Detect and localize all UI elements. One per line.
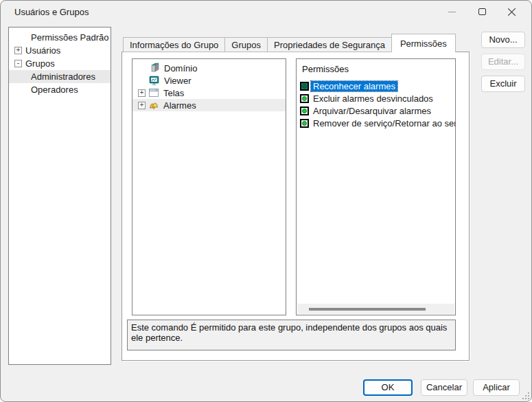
- viewer-icon: [149, 75, 160, 86]
- tab-informacoes-do-grupo[interactable]: Informações do Grupo: [123, 37, 225, 52]
- object-item-telas[interactable]: + Telas: [132, 87, 286, 99]
- permission-item-reconhecer-alarmes[interactable]: Reconhecer alarmes: [297, 80, 455, 92]
- new-button[interactable]: Novo...: [481, 32, 525, 48]
- tab-label: Informações do Grupo: [130, 40, 218, 50]
- expand-icon[interactable]: +: [14, 47, 22, 54]
- scrollbar-thumb[interactable]: [309, 308, 426, 311]
- permission-label: Arquivar/Desarquivar alarmes: [311, 106, 433, 116]
- tree-item-operadores[interactable]: Operadores: [9, 83, 111, 96]
- object-item-dominio[interactable]: Domínio: [132, 62, 286, 74]
- tree-item-permissoes-padrao[interactable]: Permissões Padrão: [9, 31, 111, 44]
- tab-permissoes[interactable]: Permissões: [391, 34, 456, 52]
- object-item-label: Viewer: [164, 76, 192, 86]
- left-tree: Permissões Padrão + Usuários - Grupos Ad…: [8, 27, 111, 365]
- object-item-label: Alarmes: [163, 100, 196, 111]
- apply-button[interactable]: Aplicar: [473, 379, 520, 396]
- tab-label: Propriedades de Segurança: [274, 40, 385, 50]
- tree-item-label: Administradores: [31, 71, 95, 82]
- tree-item-administradores[interactable]: Administradores: [9, 70, 111, 83]
- permission-description-text: Este comando É permitido para este grupo…: [131, 322, 447, 343]
- object-tree: Domínio Viewer +: [132, 58, 286, 315]
- expand-icon[interactable]: +: [138, 102, 146, 109]
- minimize-button[interactable]: [437, 1, 467, 23]
- ok-button[interactable]: OK: [363, 379, 413, 396]
- permission-label: Excluir alarmes desvinculados: [311, 93, 435, 104]
- tab-propriedades-de-seguranca[interactable]: Propriedades de Segurança: [268, 37, 392, 52]
- permission-allowed-icon: [300, 94, 309, 103]
- object-item-alarmes[interactable]: + Alarmes: [132, 99, 286, 111]
- permissions-header: Permissões: [297, 59, 455, 80]
- resize-grip-icon[interactable]: [521, 391, 529, 399]
- tree-item-label: Operadores: [31, 85, 78, 95]
- window-title: Usuários e Grupos: [14, 7, 89, 17]
- tab-label: Permissões: [400, 38, 447, 49]
- maximize-icon: [478, 8, 486, 15]
- tree-item-usuarios[interactable]: + Usuários: [9, 44, 111, 57]
- cancel-button[interactable]: Cancelar: [421, 379, 467, 396]
- tree-item-grupos[interactable]: - Grupos: [9, 57, 111, 70]
- object-item-label: Domínio: [164, 63, 197, 74]
- close-icon: [508, 8, 516, 16]
- bells-icon: [148, 100, 159, 111]
- object-item-label: Telas: [163, 88, 184, 98]
- tree-item-label: Permissões Padrão: [31, 32, 108, 43]
- permission-allowed-icon: [300, 107, 309, 115]
- titlebar: Usuários e Grupos: [1, 1, 531, 23]
- tree-item-label: Usuários: [25, 45, 60, 56]
- permission-label: Reconhecer alarmes: [311, 81, 397, 91]
- horizontal-scrollbar[interactable]: [297, 304, 454, 314]
- permissions-tab-page: Domínio Viewer +: [122, 52, 470, 361]
- close-button[interactable]: [497, 1, 527, 23]
- tab-grupos[interactable]: Grupos: [225, 37, 268, 52]
- tab-label: Grupos: [231, 40, 261, 50]
- expand-icon[interactable]: +: [138, 89, 146, 97]
- object-item-viewer[interactable]: Viewer: [132, 74, 286, 87]
- minimize-icon: [448, 12, 456, 12]
- permission-item-arquivar-alarmes[interactable]: Arquivar/Desarquivar alarmes: [297, 104, 455, 117]
- maximize-button[interactable]: [467, 1, 497, 23]
- permissions-list: Permissões Reconhecer alarmes Excluir al…: [296, 58, 456, 315]
- tree-item-label: Grupos: [25, 58, 55, 69]
- domain-icon: [149, 63, 160, 74]
- permission-description-box: Este comando É permitido para este grupo…: [127, 320, 456, 350]
- edit-button: Editar...: [481, 54, 525, 70]
- permission-allowed-icon: [300, 119, 309, 128]
- delete-button[interactable]: Excluir: [481, 76, 525, 92]
- tabstrip: Informações do Grupo Grupos Propriedades…: [123, 34, 456, 52]
- permission-allowed-icon: [300, 82, 309, 91]
- collapse-icon[interactable]: -: [14, 60, 22, 67]
- permission-item-excluir-alarmes[interactable]: Excluir alarmes desvinculados: [297, 92, 455, 104]
- users-groups-dialog: Usuários e Grupos Permissões Padrão + Us…: [0, 0, 532, 402]
- permission-label: Remover de serviço/Retornar ao serviço a…: [311, 118, 455, 129]
- screen-icon: [148, 87, 159, 98]
- permission-item-remover-servico[interactable]: Remover de serviço/Retornar ao serviço a…: [297, 117, 455, 129]
